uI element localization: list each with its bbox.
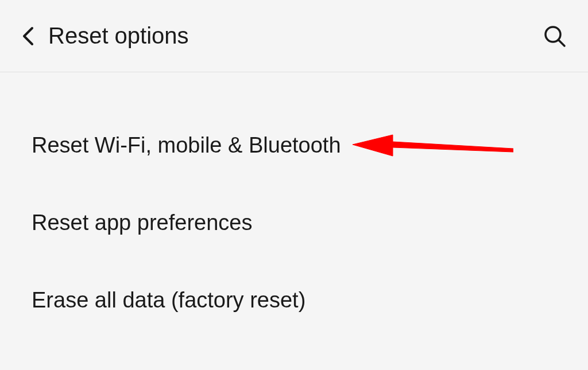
search-button[interactable] [539,20,571,52]
option-reset-app-prefs[interactable]: Reset app preferences [0,184,588,262]
chevron-left-icon [22,26,34,46]
option-label: Reset Wi-Fi, mobile & Bluetooth [32,133,341,157]
back-button[interactable] [17,21,39,51]
options-list: Reset Wi-Fi, mobile & Bluetooth Reset ap… [0,72,588,339]
option-factory-reset[interactable]: Erase all data (factory reset) [0,262,588,339]
option-label: Erase all data (factory reset) [32,288,305,312]
arrow-annotation [353,124,513,167]
search-icon [543,25,566,48]
option-label: Reset app preferences [32,211,252,235]
page-title: Reset options [48,23,539,49]
svg-line-1 [559,40,564,46]
header: Reset options [0,0,588,72]
option-reset-network[interactable]: Reset Wi-Fi, mobile & Bluetooth [0,107,588,184]
